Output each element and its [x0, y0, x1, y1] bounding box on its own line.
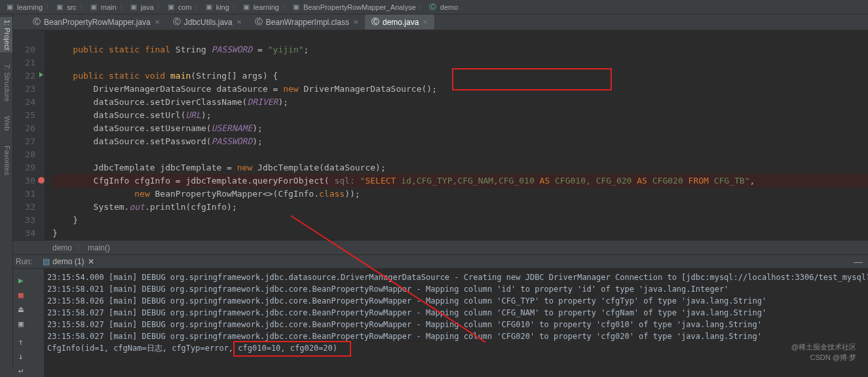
close-icon[interactable]: ✕ — [155, 18, 160, 26]
crumb[interactable]: main() — [88, 243, 110, 252]
tool-tab-favorites[interactable]: Favorites — [0, 143, 12, 178]
folder-icon: ▣ — [292, 3, 301, 12]
class-icon: Ⓒ — [33, 16, 41, 28]
run-panel-header: Run: ▤demo (1)✕ — — [13, 254, 868, 269]
chevron-right-icon: 〉 — [79, 2, 86, 12]
crumb-item[interactable]: king — [216, 3, 229, 11]
folder-icon: ▣ — [204, 3, 214, 12]
crumb[interactable]: demo — [52, 243, 72, 252]
chevron-right-icon: 〉 — [157, 2, 164, 12]
code-editor[interactable]: 202122232425262728293031323334 public st… — [13, 30, 868, 240]
crumb-item[interactable]: learning — [254, 3, 279, 11]
chevron-right-icon: 〉 — [282, 2, 289, 12]
tab-label: BeanWrapperImpl.class — [266, 18, 349, 27]
soft-wrap-button[interactable]: ↩ — [13, 363, 29, 377]
editor-tab-active[interactable]: Ⓒdemo.java✕ — [365, 14, 434, 30]
chevron-right-icon: 〉 — [119, 2, 126, 12]
class-icon: Ⓒ — [371, 16, 379, 28]
class-icon: Ⓒ — [255, 16, 263, 28]
crumb-item[interactable]: BeanPropertyRowMapper_Analyse — [303, 3, 416, 11]
hide-panel-icon[interactable]: — — [854, 256, 863, 267]
chevron-right-icon: 〉 — [232, 2, 239, 12]
tool-tab-structure[interactable]: 7: Structure — [0, 62, 12, 104]
exit-button[interactable]: ⏏ — [13, 302, 29, 316]
run-console: ▶ ■ ⏏ ▣ ↑ ↓ ↩ 🖶 ✕ 🗑 23:15:54.000 [main] … — [13, 269, 868, 377]
run-config-name: demo (1) — [52, 257, 84, 266]
run-config-tab[interactable]: ▤demo (1)✕ — [37, 256, 100, 268]
folder-icon: ▣ — [166, 3, 176, 12]
folder-icon: ▣ — [129, 3, 138, 12]
chevron-right-icon: 〉 — [195, 2, 202, 12]
close-icon[interactable]: ✕ — [353, 18, 358, 26]
chevron-right-icon: 〉 — [419, 2, 426, 12]
console-output[interactable]: 23:15:54.000 [main] DEBUG org.springfram… — [47, 271, 868, 354]
tab-label: JdbcUtils.java — [184, 18, 233, 27]
close-icon[interactable]: ✕ — [236, 18, 242, 26]
left-tool-stripe: 1: Project 7: Structure Web Favorites — [0, 14, 13, 368]
crumb-item[interactable]: java — [141, 3, 154, 11]
rerun-button[interactable]: ▶ — [13, 273, 29, 287]
editor-crumb-trail: demo〉 main() — [13, 240, 868, 254]
tab-label: BeanPropertyRowMapper.java — [44, 18, 151, 27]
breadcrumb: ▣ learning〉 ▣src〉 ▣main〉 ▣java〉 ▣com〉 ▣k… — [0, 0, 868, 14]
close-icon[interactable]: ✕ — [423, 18, 428, 26]
editor-tab[interactable]: ⒸJdbcUtils.java✕ — [166, 14, 248, 30]
application-icon: ▤ — [43, 257, 50, 266]
editor-tab-strip: ⒸBeanPropertyRowMapper.java✕ ⒸJdbcUtils.… — [0, 14, 868, 30]
run-label: Run: — [16, 257, 32, 266]
crumb-item[interactable]: learning — [17, 3, 43, 11]
class-icon: Ⓒ — [173, 16, 181, 28]
stop-button[interactable]: ■ — [13, 287, 29, 302]
tool-tab-project[interactable]: 1: Project — [0, 17, 12, 52]
crumb-item[interactable]: main — [101, 3, 117, 11]
editor-tab[interactable]: ⒸBeanPropertyRowMapper.java✕ — [26, 14, 166, 30]
folder-icon: ▣ — [89, 3, 98, 12]
code-area[interactable]: public static final String PASSWORD = "y… — [52, 30, 868, 240]
editor-gutter: 202122232425262728293031323334 — [13, 30, 45, 240]
chevron-right-icon: 〉 — [76, 242, 84, 253]
layout-button[interactable]: ▣ — [13, 316, 29, 330]
tab-label: demo.java — [383, 18, 419, 27]
crumb-item[interactable]: com — [178, 3, 192, 11]
tool-tab-web[interactable]: Web — [0, 113, 12, 133]
project-icon: ▣ — [5, 3, 14, 12]
editor-tab[interactable]: ⒸBeanWrapperImpl.class✕ — [248, 14, 365, 30]
class-icon: Ⓒ — [428, 3, 438, 12]
scroll-down-button[interactable]: ↓ — [13, 349, 29, 363]
close-icon[interactable]: ✕ — [88, 257, 94, 266]
crumb-item[interactable]: src — [67, 3, 77, 11]
folder-icon: ▣ — [55, 3, 64, 12]
console-toolbar: ▶ ■ ⏏ ▣ ↑ ↓ ↩ 🖶 ✕ 🗑 — [13, 269, 45, 377]
scroll-up-button[interactable]: ↑ — [13, 334, 29, 349]
chevron-right-icon: 〉 — [45, 2, 52, 12]
folder-icon: ▣ — [242, 3, 251, 12]
crumb-item[interactable]: demo — [440, 3, 459, 11]
